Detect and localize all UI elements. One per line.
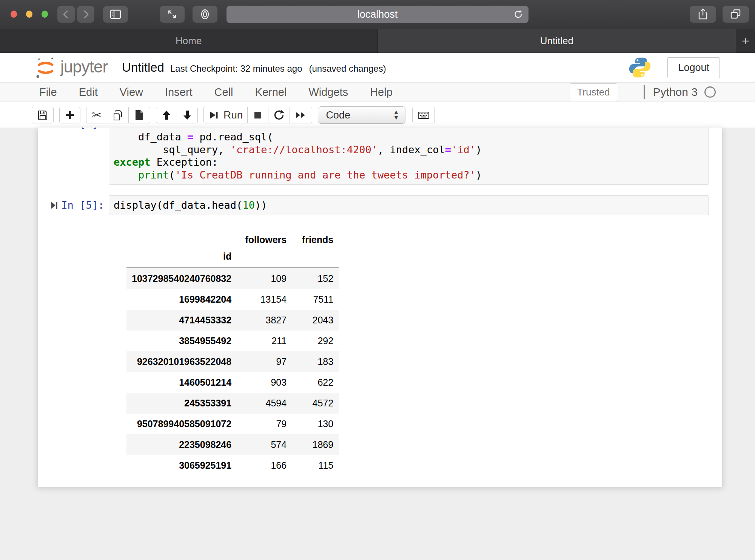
index-label: id [126, 250, 237, 268]
cell-value: 166 [237, 455, 292, 476]
copy-icon [112, 109, 124, 121]
command-palette-button[interactable] [412, 107, 435, 123]
minimize-window-button[interactable] [26, 11, 32, 18]
table-row: 1460501214903622 [126, 372, 339, 393]
row-id: 4714453332 [126, 310, 237, 331]
move-cell-down-button[interactable] [177, 107, 198, 123]
cell-value: 574 [237, 434, 292, 455]
menu-items: FileEditViewInsertCellKernelWidgetsHelp [39, 86, 414, 98]
notebook-scroll-area[interactable]: In [4]: df_data = pd.read_sql( sql_query… [0, 128, 755, 560]
sidebar-icon [109, 8, 122, 21]
menu-view[interactable]: View [120, 86, 143, 98]
table-row: 24535339145944572 [126, 393, 339, 414]
save-icon [37, 109, 49, 121]
cell-value: 622 [292, 372, 339, 393]
cell-type-value: Code [326, 109, 350, 121]
python-logo-icon [628, 56, 652, 79]
row-id: 3065925191 [126, 455, 237, 476]
code-cell-5[interactable]: In [5]: display(df_data.head(10)) [38, 195, 722, 215]
run-cell-button[interactable]: Run [203, 107, 248, 123]
paste-cell-button[interactable] [128, 107, 150, 123]
menu-widgets[interactable]: Widgets [308, 86, 348, 98]
close-window-button[interactable] [11, 11, 17, 18]
cell-value: 292 [292, 331, 339, 351]
sidebar-toggle-button[interactable] [103, 6, 128, 23]
cell-type-dropdown[interactable]: Code ▲▼ [318, 106, 405, 124]
new-tab-button[interactable]: + [736, 29, 755, 53]
share-icon [696, 8, 710, 21]
copy-cell-button[interactable] [107, 107, 129, 123]
cell-value: 130 [292, 414, 339, 434]
run-this-cell-icon[interactable] [51, 201, 58, 209]
cell-value: 79 [237, 414, 292, 434]
tab-overview-button[interactable] [723, 6, 749, 23]
tab-home[interactable]: Home [0, 29, 378, 53]
zoom-window-button[interactable] [42, 11, 48, 18]
interrupt-kernel-button[interactable] [247, 107, 268, 123]
address-bar[interactable]: localhost [226, 6, 528, 23]
add-cell-button[interactable] [59, 107, 80, 123]
forward-button[interactable] [77, 6, 94, 23]
unsaved-changes-text: (unsaved changes) [309, 63, 386, 74]
menu-insert[interactable]: Insert [165, 86, 193, 98]
password-extension-button[interactable] [193, 6, 217, 23]
column-header: followers [237, 229, 292, 250]
browser-tab-bar: Home Untitled + [0, 29, 755, 53]
plus-icon [64, 109, 76, 121]
notebook-container: In [4]: df_data = pd.read_sql( sql_query… [38, 128, 722, 487]
menu-edit[interactable]: Edit [79, 86, 98, 98]
safari-window: localhost Home [0, 0, 755, 560]
cell-value: 4572 [292, 393, 339, 414]
fast-forward-icon [294, 109, 307, 121]
cell-value: 211 [237, 331, 292, 351]
reload-button[interactable] [513, 9, 523, 21]
dataframe-table: followersfriendsid1037298540240760832109… [126, 229, 722, 476]
cell-value: 13154 [237, 289, 292, 310]
kernel-idle-icon [704, 86, 716, 98]
menu-cell[interactable]: Cell [214, 86, 233, 98]
cell-value: 97 [237, 351, 292, 372]
jupyter-logo[interactable]: jupyter [35, 56, 108, 79]
code-cell-4[interactable]: In [4]: df_data = pd.read_sql( sql_query… [38, 128, 722, 185]
traffic-lights [11, 11, 48, 18]
restart-run-all-button[interactable] [290, 107, 312, 123]
url-text: localhost [357, 9, 398, 20]
row-id: 245353391 [126, 393, 237, 414]
cell-value: 7511 [292, 289, 339, 310]
notebook-title[interactable]: Untitled [122, 60, 164, 75]
cell-value: 183 [292, 351, 339, 372]
move-cell-up-button[interactable] [156, 107, 177, 123]
cell-4-input[interactable]: df_data = pd.read_sql( sql_query, 'crate… [109, 128, 709, 185]
logout-button[interactable]: Logout [667, 57, 720, 78]
menu-kernel[interactable]: Kernel [255, 86, 287, 98]
trusted-button[interactable]: Trusted [570, 83, 617, 101]
menu-help[interactable]: Help [370, 86, 393, 98]
cut-cell-button[interactable]: ✂ [86, 107, 107, 123]
cell-value: 1869 [292, 434, 339, 455]
cell-5-prompt-text: In [5]: [61, 199, 104, 211]
menu-file[interactable]: File [39, 86, 57, 98]
run-icon [208, 109, 220, 121]
table-row: 3065925191166115 [126, 455, 339, 476]
table-row: 1699842204131547511 [126, 289, 339, 310]
cell-5-input[interactable]: display(df_data.head(10)) [109, 195, 709, 215]
jupyter-logo-icon [35, 56, 57, 79]
tabs-icon [729, 8, 743, 21]
fullscreen-extension-button[interactable] [160, 6, 185, 23]
arrow-up-icon [161, 109, 172, 121]
tab-untitled[interactable]: Untitled [378, 29, 736, 53]
share-button[interactable] [690, 6, 716, 23]
cell-value: 2043 [292, 310, 339, 331]
cell-value: 115 [292, 455, 339, 476]
save-button[interactable] [32, 107, 54, 123]
restart-kernel-button[interactable] [268, 107, 290, 123]
row-id: 926320101963522048 [126, 351, 237, 372]
row-id: 1460501214 [126, 372, 237, 393]
back-button[interactable] [57, 6, 75, 23]
restart-icon [273, 109, 285, 121]
tab-home-label: Home [176, 35, 202, 47]
table-row: 1037298540240760832109152 [126, 268, 339, 289]
menu-bar: FileEditViewInsertCellKernelWidgetsHelp … [0, 82, 755, 102]
cell-5-prompt: In [5]: [38, 195, 109, 215]
cell-value: 903 [237, 372, 292, 393]
